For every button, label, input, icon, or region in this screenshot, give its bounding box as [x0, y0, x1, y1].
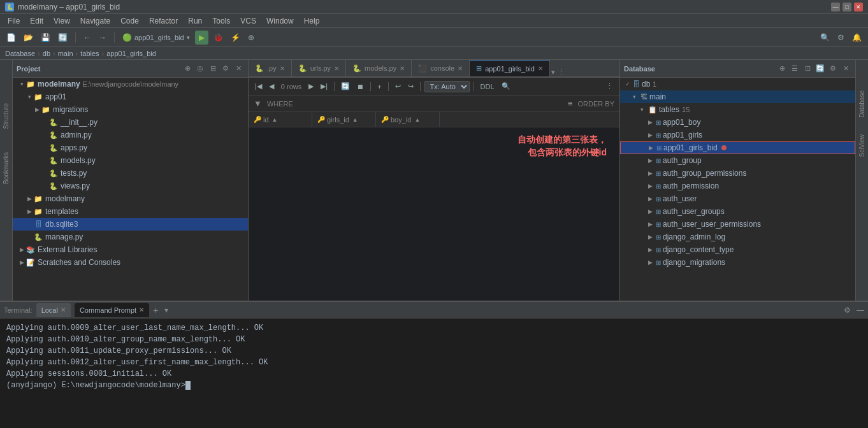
db-table-django_migrations[interactable]: ▶ ⊞ django_migrations: [620, 256, 855, 269]
db-table-app01_girls[interactable]: ▶ ⊞ app01_girls: [620, 129, 855, 141]
cmd-tab-close[interactable]: ✕: [139, 306, 144, 313]
db-add-button[interactable]: ⊕: [776, 63, 788, 75]
breadcrumb-tables[interactable]: tables: [80, 50, 99, 57]
tree-manage-py[interactable]: 🐍 manage.py: [13, 231, 248, 243]
search-everywhere-button[interactable]: 🔍: [818, 31, 832, 45]
menu-item-tools[interactable]: Tools: [207, 15, 235, 27]
tree-apps-py[interactable]: 🐍 apps.py: [13, 141, 248, 154]
col-header-id[interactable]: 🔑 id ▲: [249, 112, 312, 127]
db-close-button[interactable]: ✕: [840, 63, 851, 75]
menu-item-navigate[interactable]: Navigate: [75, 15, 115, 27]
database-side-tab[interactable]: Database: [857, 85, 867, 123]
ddl-button[interactable]: DDL: [478, 80, 497, 93]
db-schema-button[interactable]: ⊡: [802, 63, 813, 75]
add-terminal-button[interactable]: +: [153, 305, 158, 315]
stop-button[interactable]: ⏹: [354, 80, 366, 93]
db-settings-button[interactable]: ⚙: [827, 63, 839, 75]
project-settings-button[interactable]: ⚙: [220, 63, 231, 75]
db-table-auth_permission[interactable]: ▶ ⊞ auth_permission: [620, 180, 855, 192]
tab-girls-bid-close[interactable]: ✕: [538, 65, 543, 72]
prev-page-button[interactable]: ◀: [266, 80, 277, 93]
breadcrumb-table-name[interactable]: app01_girls_bid: [106, 50, 156, 57]
breadcrumb-database[interactable]: Database: [5, 50, 35, 57]
tree-external-libraries[interactable]: ▶ 📚 External Libraries: [13, 243, 248, 256]
breadcrumb-main[interactable]: main: [58, 50, 73, 57]
coverage-button[interactable]: ⊕: [245, 31, 257, 45]
tab-console-close[interactable]: ✕: [458, 65, 463, 72]
db-table-auth_group[interactable]: ▶ ⊞ auth_group: [620, 154, 855, 167]
add-content-button[interactable]: ⊕: [182, 63, 193, 75]
tree-migrations[interactable]: ▶ 📁 migrations: [13, 103, 248, 116]
tab-urls-py[interactable]: 🐍 urls.py ✕: [292, 60, 346, 76]
settings-button[interactable]: ⚙: [835, 31, 847, 45]
tree-admin-py[interactable]: 🐍 admin.py: [13, 129, 248, 141]
db-table-app01_girls_bid[interactable]: ▶ ⊞ app01_girls_bid: [620, 141, 855, 154]
menu-item-help[interactable]: Help: [299, 15, 325, 27]
hide-panel-button[interactable]: ✕: [233, 63, 244, 75]
db-main-schema[interactable]: ▾ 🏗 main: [620, 90, 855, 103]
search-db-button[interactable]: 🔍: [499, 80, 513, 93]
run-button[interactable]: ▶: [195, 31, 208, 45]
db-table-auth_user[interactable]: ▶ ⊞ auth_user: [620, 192, 855, 205]
tab-girls-bid[interactable]: ⊞ app01_girls_bid ✕: [470, 60, 550, 76]
minimize-button[interactable]: —: [831, 3, 840, 11]
forward-button[interactable]: →: [96, 31, 109, 45]
back-button[interactable]: ←: [81, 31, 94, 45]
menu-item-window[interactable]: Window: [261, 15, 299, 27]
db-root-item[interactable]: ✓ 🗄 db 1: [620, 78, 855, 90]
debug-button[interactable]: 🐞: [211, 31, 226, 45]
tree-templates[interactable]: ▶ 📁 templates: [13, 205, 248, 218]
tree-models-py[interactable]: 🐍 models.py: [13, 154, 248, 167]
tree-project-root[interactable]: ▾ 📁 modelmany E:\newdjangocode\modelmany: [13, 78, 248, 90]
db-table-auth_user_groups[interactable]: ▶ ⊞ auth_user_groups: [620, 205, 855, 218]
terminal-dropdown-button[interactable]: ▾: [164, 306, 168, 315]
db-tables-node[interactable]: ▾ 📋 tables 15: [620, 103, 855, 116]
close-button[interactable]: ✕: [854, 3, 863, 11]
terminal-content[interactable]: Applying auth.0009_alter_user_last_name_…: [0, 318, 868, 428]
menu-item-run[interactable]: Run: [183, 15, 207, 27]
col-header-girls-id[interactable]: 🔑 girls_id ▲: [312, 112, 376, 127]
menu-item-edit[interactable]: Edit: [25, 15, 48, 27]
scroll-from-source-button[interactable]: ◎: [194, 63, 206, 75]
collapse-all-button[interactable]: ⊟: [207, 63, 219, 75]
db-more-button[interactable]: ⋮: [604, 80, 616, 93]
refresh-button[interactable]: 🔄: [338, 80, 352, 93]
tab-dropdown[interactable]: ▾ ⋮: [551, 68, 565, 76]
next-page-button[interactable]: ▶: [306, 80, 316, 93]
new-file-button[interactable]: 📄: [4, 31, 18, 45]
sync-button[interactable]: 🔄: [55, 31, 70, 45]
tree-db-sqlite3[interactable]: 🗄 db.sqlite3: [13, 218, 248, 231]
maximize-button[interactable]: □: [843, 3, 851, 11]
terminal-settings-button[interactable]: ⚙: [844, 306, 851, 315]
project-tree[interactable]: ▾ 📁 modelmany E:\newdjangocode\modelmany…: [13, 78, 248, 301]
menu-item-vcs[interactable]: VCS: [235, 15, 261, 27]
menu-item-view[interactable]: View: [48, 15, 75, 27]
database-tree[interactable]: ✓ 🗄 db 1 ▾ 🏗 main ▾ 📋 tables 15: [620, 78, 855, 301]
tree-views-py[interactable]: 🐍 views.py: [13, 180, 248, 192]
tab-urls-close[interactable]: ✕: [334, 65, 339, 72]
open-button[interactable]: 📂: [21, 31, 36, 45]
last-row-button[interactable]: ▶|: [318, 80, 330, 93]
tree-init-py[interactable]: 🐍 __init__.py: [13, 116, 248, 129]
sciview-side-tab[interactable]: SciView: [857, 129, 867, 162]
terminal-tab-local[interactable]: Local ✕: [36, 303, 71, 317]
menu-item-file[interactable]: File: [3, 15, 25, 27]
terminal-hide-button[interactable]: —: [857, 306, 864, 315]
col-header-boy-id[interactable]: 🔑 boy_id ▲: [376, 112, 440, 127]
notifications-button[interactable]: 🔔: [850, 31, 864, 45]
menu-item-refactor[interactable]: Refactor: [144, 15, 183, 27]
db-table-auth_user_user_permissions[interactable]: ▶ ⊞ auth_user_user_permissions: [620, 218, 855, 231]
save-button[interactable]: 💾: [38, 31, 53, 45]
db-table-auth_group_permissions[interactable]: ▶ ⊞ auth_group_permissions: [620, 167, 855, 180]
tx-select[interactable]: Tx: Auto: [424, 81, 470, 92]
bookmarks-tab[interactable]: Bookmarks: [1, 147, 11, 189]
tab-py[interactable]: 🐍 .py ✕: [249, 60, 292, 76]
db-table-app01_boy[interactable]: ▶ ⊞ app01_boy: [620, 116, 855, 129]
tab-models-close[interactable]: ✕: [400, 65, 405, 72]
tree-modelmany-folder[interactable]: ▶ 📁 modelmany: [13, 192, 248, 205]
add-row-button[interactable]: +: [375, 80, 384, 93]
db-table-django_admin_log[interactable]: ▶ ⊞ django_admin_log: [620, 231, 855, 243]
db-refresh-panel-button[interactable]: 🔄: [814, 63, 826, 75]
tab-py-close[interactable]: ✕: [280, 65, 285, 72]
tree-app01[interactable]: ▾ 📁 app01: [13, 90, 248, 103]
